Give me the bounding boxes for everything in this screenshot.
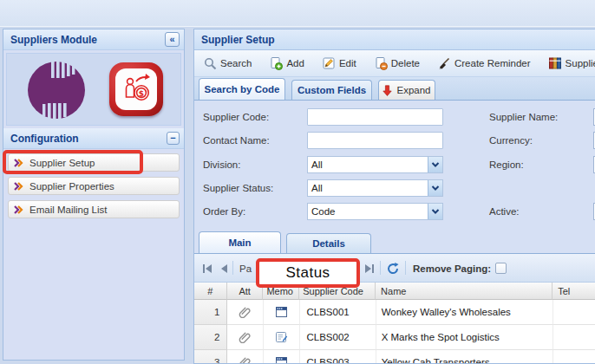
collapse-sidebar-button[interactable]: « (165, 32, 180, 47)
search-tabstrip: Search by Code Custom Fields Expand (194, 77, 595, 101)
search-button-label: Search (220, 58, 252, 68)
supplier-name-label: Supplier Name: (489, 108, 558, 126)
page-label-partial: Pa (239, 261, 252, 276)
tab-label: Details (312, 238, 345, 249)
supplier-name-cell: Yellow Cab Transporters (376, 350, 553, 364)
currency-label: Currency: (489, 132, 533, 149)
tab-label: Search by Code (205, 84, 280, 94)
prev-page-button[interactable] (219, 261, 229, 276)
col-header-num[interactable]: # (194, 283, 227, 300)
remove-paging-checkbox[interactable] (495, 263, 507, 274)
main-panel-title: Supplier Setup (194, 29, 595, 50)
supplier-history-button[interactable]: Supplier His (544, 54, 595, 73)
sidebar-item-label: Email Mailing List (29, 205, 107, 215)
memo-note-icon (275, 331, 288, 343)
grid-header-row: # Att Memo Supplier Code Name Tel (194, 283, 595, 300)
expand-button[interactable]: Expand (378, 80, 435, 100)
edit-button[interactable]: Edit (317, 54, 361, 73)
suppliers-module-header: Suppliers Module « (3, 29, 184, 50)
status-annotation-box: Status (256, 258, 360, 288)
create-reminder-button[interactable]: Create Reminder (433, 54, 535, 73)
memo-cell[interactable] (264, 300, 300, 325)
configuration-items: Supplier Setup Supplier Properties Email… (3, 149, 184, 218)
tel-cell (553, 350, 595, 364)
tab-custom-fields[interactable]: Custom Fields (291, 80, 372, 100)
remove-paging-checkbox-wrap (495, 261, 507, 276)
create-reminder-button-label: Create Reminder (454, 58, 531, 68)
suppliers-module-title: Suppliers Module (10, 34, 97, 46)
sidebar-item-email-mailing-list[interactable]: Email Mailing List (8, 200, 180, 218)
books-icon (548, 56, 562, 70)
delete-icon (374, 56, 388, 70)
paging-separator (232, 261, 233, 275)
tel-cell (553, 325, 595, 350)
table-row[interactable]: 3 CLBS003 Yellow Cab Transporters (194, 350, 595, 364)
division-select[interactable]: All (307, 156, 443, 173)
sidebar-item-supplier-properties[interactable]: Supplier Properties (8, 177, 180, 195)
search-icon (204, 57, 217, 70)
tab-search-by-code[interactable]: Search by Code (199, 78, 285, 100)
add-button[interactable]: Add (265, 54, 308, 73)
expand-button-label: Expand (396, 85, 430, 95)
sidebar-item-label: Supplier Properties (29, 181, 114, 192)
collapse-configuration-button[interactable]: − (167, 132, 180, 145)
tab-label: Main (228, 237, 251, 248)
suppliers-module-panel: Suppliers Module « (3, 29, 185, 361)
sidebar-item-supplier-setup[interactable]: Supplier Setup (8, 153, 180, 172)
refresh-button[interactable] (386, 261, 400, 276)
col-header-name[interactable]: Name (376, 283, 552, 300)
person-coin-arrow-icon: $ (119, 72, 154, 107)
main-panel-title-text: Supplier Setup (201, 34, 275, 46)
reminder-brush-icon (437, 56, 451, 70)
delete-button[interactable]: Delete (369, 54, 424, 73)
search-button[interactable]: Search (199, 55, 256, 73)
contact-name-input[interactable] (307, 132, 443, 149)
supplier-code-cell: CLBS002 (300, 325, 376, 350)
red-down-arrow-icon (382, 85, 392, 96)
division-label: Division: (203, 156, 240, 173)
row-number: 2 (194, 325, 227, 350)
configuration-title: Configuration (10, 133, 79, 145)
last-page-button[interactable] (363, 261, 376, 276)
attachment-cell[interactable] (227, 300, 264, 325)
window-top-bar (0, 0, 595, 27)
supplier-setup-panel: Supplier Setup Search Add (193, 29, 595, 364)
search-form: Supplier Code: Contact Name: Division: A… (194, 101, 595, 229)
tab-main[interactable]: Main (199, 231, 281, 253)
supplier-status-select[interactable]: All (307, 179, 443, 197)
memo-cell[interactable] (264, 325, 300, 350)
item-arrow-icon (14, 159, 23, 167)
paging-separator (380, 261, 381, 275)
refresh-icon (386, 262, 400, 276)
item-arrow-icon (14, 205, 23, 214)
add-button-label: Add (286, 58, 304, 68)
row-number: 1 (194, 300, 227, 325)
order-by-select[interactable]: Code (307, 203, 443, 220)
sidebar-item-label: Supplier Setup (29, 158, 95, 168)
region-label: Region: (489, 156, 524, 173)
status-annotation-label: Status (285, 264, 330, 282)
item-arrow-icon (14, 182, 23, 191)
order-by-select-value: Code (308, 206, 428, 217)
module-icons-box: $ (6, 53, 181, 126)
supplier-status-select-value: All (308, 183, 428, 193)
supplier-app-icon[interactable]: $ (109, 62, 163, 116)
memo-cell[interactable] (264, 350, 300, 364)
memo-blank-icon (275, 356, 288, 364)
order-by-label: Order By: (203, 203, 245, 220)
paging-separator (405, 261, 406, 275)
first-page-button[interactable] (201, 261, 213, 276)
supplier-status-label: Supplier Status: (203, 179, 273, 197)
table-row[interactable]: 2 CLBS002 X Marks the Spot Logistics (194, 325, 595, 350)
attachment-cell[interactable] (227, 350, 264, 364)
tab-label: Custom Fields (298, 85, 366, 95)
table-row[interactable]: 1 CLBS001 Wonkey Walley's Wholesales (194, 300, 595, 325)
attachment-cell[interactable] (227, 325, 264, 350)
row-number: 3 (194, 350, 227, 364)
supplier-code-input[interactable] (307, 108, 443, 126)
remove-paging-label: Remove Paging: (413, 261, 491, 276)
add-icon (269, 56, 283, 70)
col-header-tel[interactable]: Tel (552, 283, 595, 300)
configuration-header: Configuration − (3, 128, 184, 149)
tab-details[interactable]: Details (286, 233, 371, 253)
